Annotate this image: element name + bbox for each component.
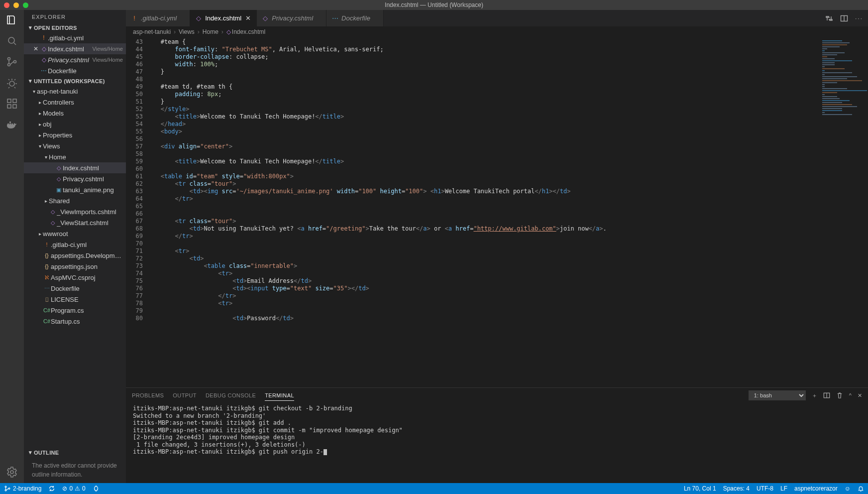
editor-tab[interactable]: ◇Index.cshtml✕	[190, 10, 257, 26]
extensions-icon[interactable]	[6, 98, 18, 110]
tree-folder[interactable]: ▸wwwroot	[24, 228, 126, 239]
window-minimize-icon[interactable]	[13, 2, 19, 8]
terminal[interactable]: itziks-MBP:asp-net-tanuki itzikgb$ git c…	[126, 403, 868, 483]
status-branch[interactable]: 2-branding	[4, 485, 41, 492]
file-type-icon: !	[40, 34, 48, 41]
tree-folder[interactable]: ▾asp-net-tanuki	[24, 86, 126, 97]
file-type-icon: ⌷	[43, 296, 51, 302]
panel-tab-terminal[interactable]: TERMINAL	[265, 392, 294, 401]
panel-tab-debug-console[interactable]: DEBUG CONSOLE	[206, 392, 256, 398]
open-editor-item[interactable]: !.gitlab-ci.yml	[24, 32, 126, 43]
open-editors-label: OPEN EDITORS	[34, 25, 77, 31]
search-icon[interactable]	[6, 35, 18, 47]
terminal-shell-selector[interactable]: 1: bash	[749, 390, 806, 400]
tree-item-label: Views	[43, 142, 123, 150]
open-editor-path: Views/Home	[91, 57, 123, 63]
tree-item-label: Privacy.cshtml	[63, 175, 123, 183]
tree-folder[interactable]: ▾Home	[24, 151, 126, 162]
editor-tab[interactable]: ⋯Dockerfile	[326, 10, 384, 26]
tree-item-label: asp-net-tanuki	[37, 88, 123, 95]
tree-item-label: appsettings.json	[51, 263, 123, 270]
tree-folder[interactable]: ▸Properties	[24, 129, 126, 140]
tree-folder[interactable]: ▸Controllers	[24, 97, 126, 108]
status-bell-icon[interactable]	[858, 486, 864, 492]
svg-rect-12	[9, 122, 11, 123]
maximize-panel-icon[interactable]: ^	[849, 392, 852, 398]
tree-file[interactable]: ◇Index.cshtml	[24, 162, 126, 173]
breadcrumb[interactable]: asp-net-tanuki›Views›Home›◇ Index.cshtml	[126, 26, 868, 37]
split-terminal-icon[interactable]	[823, 392, 830, 399]
docker-icon[interactable]	[6, 119, 18, 130]
more-actions-icon[interactable]: ···	[855, 15, 863, 22]
split-editor-icon[interactable]	[840, 14, 848, 22]
editor-tab[interactable]: ◇Privacy.cshtml	[257, 10, 326, 26]
open-editor-item[interactable]: ◇Privacy.cshtml Views/Home	[24, 54, 126, 65]
debug-icon[interactable]	[6, 77, 18, 89]
status-feedback-icon[interactable]: ☺	[845, 485, 851, 492]
open-editor-item[interactable]: ⋯Dockerfile	[24, 65, 126, 76]
status-live-share[interactable]	[93, 485, 100, 492]
outline-header[interactable]: ▾ OUTLINE	[24, 448, 126, 457]
tree-file[interactable]: ⌷LICENSE	[24, 294, 126, 305]
tree-item-label: Program.cs	[51, 307, 123, 314]
status-spaces[interactable]: Spaces: 4	[723, 485, 750, 492]
close-panel-icon[interactable]: ✕	[858, 392, 862, 399]
open-editors-header[interactable]: ▾ OPEN EDITORS	[24, 23, 126, 32]
tree-file[interactable]: ▣tanuki_anime.png	[24, 184, 126, 195]
file-type-icon: ◇	[195, 14, 202, 22]
new-terminal-icon[interactable]: ＋	[812, 392, 817, 399]
status-eol[interactable]: LF	[780, 485, 787, 492]
tree-file[interactable]: C#Program.cs	[24, 305, 126, 316]
breadcrumb-segment[interactable]: Views	[179, 28, 195, 35]
tree-folder[interactable]: ▾Views	[24, 140, 126, 151]
status-language[interactable]: aspnetcorerazor	[794, 485, 838, 492]
status-sync[interactable]	[48, 485, 55, 492]
editor-tabs: !.gitlab-ci.yml◇Index.cshtml✕◇Privacy.cs…	[126, 10, 868, 26]
tree-file[interactable]: {}appsettings.Development.json	[24, 250, 126, 261]
minimap[interactable]	[820, 37, 868, 387]
breadcrumb-segment[interactable]: asp-net-tanuki	[133, 28, 171, 35]
svg-point-2	[8, 64, 10, 66]
window-close-icon[interactable]	[4, 2, 9, 8]
svg-rect-7	[13, 105, 16, 108]
tree-file[interactable]: {}appsettings.json	[24, 261, 126, 272]
tree-folder[interactable]: ▸obj	[24, 119, 126, 129]
code-editor[interactable]: 43 44 45 46 47 48 49 50 51 52 53 54 55 5…	[126, 37, 820, 387]
breadcrumb-segment[interactable]: Index.cshtml	[232, 28, 265, 35]
source-control-icon[interactable]	[6, 56, 18, 68]
status-problems[interactable]: ⊘0 ⚠0	[62, 485, 85, 492]
compare-icon[interactable]	[825, 14, 833, 22]
file-type-icon: !	[131, 14, 138, 22]
status-ln-col[interactable]: Ln 70, Col 1	[684, 485, 716, 492]
kill-terminal-icon[interactable]	[836, 392, 843, 399]
open-editor-item[interactable]: ✕◇Index.cshtml Views/Home	[24, 43, 126, 54]
tree-file[interactable]: ◇_ViewImports.cshtml	[24, 206, 126, 217]
tree-file[interactable]: ℵAspMVC.csproj	[24, 272, 126, 283]
panel-tab-output[interactable]: OUTPUT	[173, 392, 197, 398]
close-icon[interactable]: ✕	[32, 45, 40, 52]
editor-tab[interactable]: !.gitlab-ci.yml	[126, 10, 190, 26]
panel-tab-problems[interactable]: PROBLEMS	[132, 392, 164, 398]
svg-point-17	[5, 490, 6, 491]
tree-file[interactable]: !.gitlab-ci.yml	[24, 239, 126, 250]
close-tab-icon[interactable]: ✕	[244, 14, 251, 22]
chevron-icon: ▸	[37, 132, 43, 138]
workspace-header[interactable]: ▾ UNTITLED (WORKSPACE)	[24, 76, 126, 86]
tree-folder[interactable]: ▸Models	[24, 108, 126, 119]
svg-point-0	[8, 37, 14, 43]
tree-file[interactable]: ◇_ViewStart.cshtml	[24, 217, 126, 228]
breadcrumb-segment[interactable]: Home	[203, 28, 218, 35]
settings-gear-icon[interactable]	[6, 466, 18, 478]
chevron-icon: ▾	[37, 143, 43, 149]
svg-rect-5	[7, 99, 11, 103]
window-maximize-icon[interactable]	[23, 2, 28, 8]
window-controls	[4, 2, 28, 8]
status-encoding[interactable]: UTF-8	[757, 485, 773, 492]
tree-folder[interactable]: ▸Shared	[24, 195, 126, 206]
tree-file[interactable]: ◇Privacy.cshtml	[24, 173, 126, 184]
titlebar: Index.cshtml — Untitled (Workspace)	[0, 0, 868, 10]
tree-file[interactable]: C#Startup.cs	[24, 316, 126, 327]
explorer-icon[interactable]	[6, 14, 18, 26]
tree-file[interactable]: ⋯Dockerfile	[24, 283, 126, 294]
file-type-icon: ◇	[40, 45, 48, 52]
